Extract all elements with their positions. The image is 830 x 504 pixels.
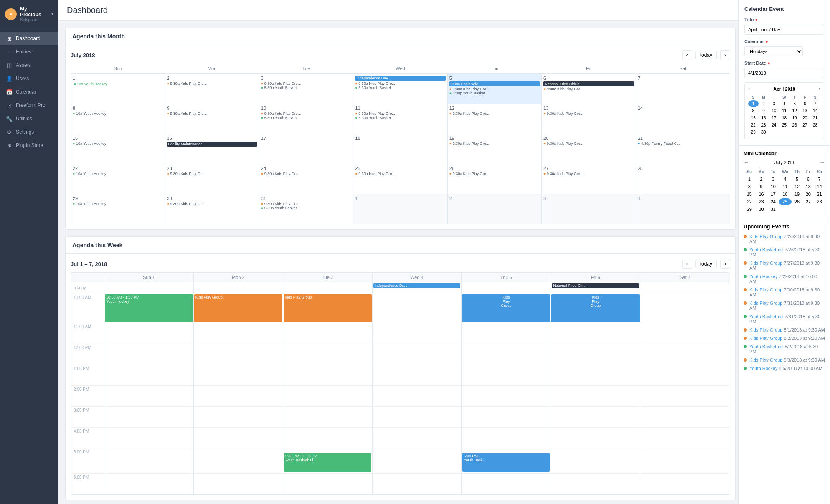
dp-day[interactable]: 7 — [810, 100, 820, 107]
date-picker-prev[interactable]: ‹ — [748, 86, 750, 92]
dp-day[interactable]: 17 — [769, 114, 779, 122]
dp-day[interactable]: 13 — [800, 107, 810, 114]
mini-day[interactable]: 1 — [744, 175, 755, 183]
week-today-button[interactable]: today — [695, 260, 717, 268]
dp-day[interactable]: 5 — [789, 100, 800, 107]
dp-day[interactable]: 28 — [810, 122, 820, 129]
cal-day: 2 — [447, 194, 541, 224]
dp-day[interactable]: 12 — [789, 107, 800, 114]
dp-day[interactable] — [769, 129, 779, 136]
dp-day[interactable]: 27 — [800, 122, 810, 129]
upcoming-events-title: Upcoming Events — [744, 223, 825, 230]
mini-day[interactable]: 29 — [744, 205, 755, 213]
dp-day[interactable]: 25 — [779, 122, 789, 129]
dp-day[interactable]: 24 — [769, 122, 779, 129]
dp-day[interactable]: 8 — [748, 107, 759, 114]
mini-day[interactable]: 15 — [744, 190, 755, 198]
mini-day[interactable]: 21 — [814, 190, 825, 198]
mini-day[interactable]: 23 — [755, 198, 768, 205]
sidebar-item-assets[interactable]: ◫ Assets — [0, 58, 58, 72]
month-prev-button[interactable]: ‹ — [682, 50, 692, 60]
dp-day[interactable]: 10 — [769, 107, 779, 114]
event-name: Kids Play Group — [749, 234, 782, 239]
dp-day[interactable]: 21 — [810, 114, 820, 122]
mini-day[interactable]: 18 — [779, 190, 792, 198]
sidebar-item-settings[interactable]: ⚙ Settings — [0, 125, 58, 139]
dp-day[interactable]: 20 — [800, 114, 810, 122]
day-header-wed: Wed — [353, 63, 447, 74]
sidebar-item-plugin-store[interactable]: ⊕ Plugin Store — [0, 139, 58, 152]
mini-cal-next[interactable]: → — [819, 159, 825, 166]
mini-day[interactable]: 28 — [814, 198, 825, 205]
dp-day[interactable]: 2 — [759, 100, 769, 107]
mini-day[interactable]: 27 — [802, 198, 814, 205]
mini-day[interactable]: 30 — [755, 205, 768, 213]
dp-day[interactable]: 18 — [779, 114, 789, 122]
mini-day[interactable]: 8 — [744, 183, 755, 190]
mini-day[interactable]: 31 — [767, 205, 779, 213]
dp-day[interactable]: 1 — [748, 100, 759, 107]
sidebar-item-freeform-pro[interactable]: ⊡ Freeform Pro — [0, 99, 58, 112]
week-next-button[interactable]: › — [720, 259, 730, 269]
mini-day[interactable]: 17 — [767, 190, 779, 198]
sidebar-item-users[interactable]: 👤 Users — [0, 72, 58, 85]
dp-day[interactable]: 6 — [800, 100, 810, 107]
mini-cal-prev[interactable]: ← — [744, 159, 749, 166]
event-color-dot — [744, 261, 747, 265]
mini-day[interactable]: 22 — [744, 198, 755, 205]
dp-day[interactable]: 23 — [759, 122, 769, 129]
dp-day[interactable]: 16 — [759, 114, 769, 122]
mini-day[interactable]: 10 — [767, 183, 779, 190]
mini-day[interactable]: 24 — [767, 198, 779, 205]
dp-day[interactable]: 26 — [789, 122, 800, 129]
mini-day[interactable]: 6 — [802, 175, 814, 183]
dp-day[interactable] — [779, 129, 789, 136]
national-fried-event: National Fried Chi... — [552, 283, 639, 288]
dp-day[interactable]: 3 — [769, 100, 779, 107]
mini-day[interactable]: 12 — [792, 183, 803, 190]
cal-day: 110a Youth Hockey — [71, 74, 165, 104]
mini-day[interactable]: 13 — [802, 183, 814, 190]
mini-day[interactable]: 11 — [779, 183, 792, 190]
date-picker-next[interactable]: › — [819, 86, 820, 92]
event-calendar-select[interactable]: Holidays Family Kids Youth — [744, 46, 803, 56]
mini-day[interactable]: 5 — [792, 175, 803, 183]
mini-day[interactable]: 25 — [779, 198, 792, 205]
event-title-input[interactable] — [744, 25, 824, 35]
mini-day[interactable]: 20 — [802, 190, 814, 198]
list-item: Kids Play Group 8/2/2018 at 9:30 AM — [744, 336, 825, 341]
sidebar-item-utilities[interactable]: 🔧 Utilities — [0, 112, 58, 125]
mini-day[interactable]: 26 — [792, 198, 803, 205]
dp-day[interactable]: 11 — [779, 107, 789, 114]
dp-day[interactable]: 9 — [759, 107, 769, 114]
mini-day[interactable]: 2 — [755, 175, 768, 183]
mini-day[interactable]: 19 — [792, 190, 803, 198]
dp-day[interactable] — [810, 129, 820, 136]
dp-day[interactable]: 22 — [748, 122, 759, 129]
sidebar-item-dashboard[interactable]: ⊞ Dashboard — [0, 32, 58, 45]
assets-icon: ◫ — [6, 62, 13, 68]
dp-day[interactable] — [800, 129, 810, 136]
mini-day[interactable]: 7 — [814, 175, 825, 183]
dp-day[interactable]: 30 — [759, 129, 769, 136]
month-calendar-grid: Sun Mon Tue Wed Thu Fri Sat — [71, 63, 730, 224]
event-startdate-input[interactable] — [744, 68, 824, 78]
dp-day[interactable] — [789, 129, 800, 136]
mini-day[interactable]: 9 — [755, 183, 768, 190]
dp-day[interactable]: 15 — [748, 114, 759, 122]
dp-day[interactable]: 29 — [748, 129, 759, 136]
dp-day[interactable]: 4 — [779, 100, 789, 107]
mini-day[interactable]: 16 — [755, 190, 768, 198]
sidebar-item-entries[interactable]: ≡ Entries — [0, 45, 58, 58]
dp-day[interactable]: 19 — [789, 114, 800, 122]
kids-play-thu-event: KidsPlayGroup — [462, 294, 550, 322]
dp-day[interactable]: 14 — [810, 107, 820, 114]
sidebar-item-calendar[interactable]: 📅 Calendar — [0, 85, 58, 99]
time-600pm: 6:00 PM — [71, 474, 104, 494]
mini-day[interactable]: 4 — [779, 175, 792, 183]
week-prev-button[interactable]: ‹ — [682, 259, 692, 269]
month-today-button[interactable]: today — [695, 51, 717, 59]
mini-day[interactable]: 14 — [814, 183, 825, 190]
mini-day[interactable]: 3 — [767, 175, 779, 183]
month-next-button[interactable]: › — [720, 50, 730, 60]
